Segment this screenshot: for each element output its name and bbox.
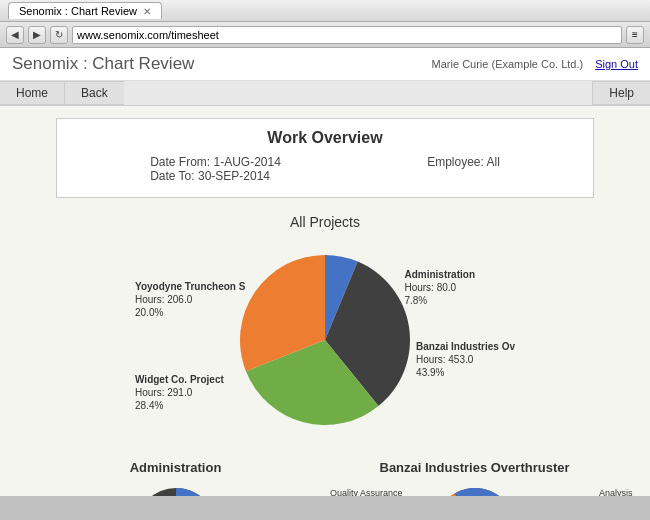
admin-pie-svg [136,488,216,496]
page-title: Chart Review [92,54,194,73]
browser-tab[interactable]: Senomix : Chart Review ✕ [8,2,162,19]
title-separator: : [83,54,92,73]
back-button[interactable]: ◀ [6,26,24,44]
home-button[interactable]: Home [0,81,64,105]
forward-button[interactable]: ▶ [28,26,46,44]
nav-left: Home Back [0,81,124,105]
admin-label: Administration Hours: 80.0 7.8% [404,268,475,307]
admin-chart: Administration Statutory Holiday Hours: … [26,460,325,496]
address-bar[interactable] [72,26,622,44]
refresh-button[interactable]: ↻ [50,26,68,44]
date-from-label: Date From: [150,155,210,169]
all-projects-title: All Projects [16,214,634,230]
back-nav-button[interactable]: Back [64,81,124,105]
admin-chart-title: Administration [26,460,325,475]
date-to-row: Date To: 30-SEP-2014 [150,169,281,183]
bottom-charts: Administration Statutory Holiday Hours: … [16,460,634,496]
signout-link[interactable]: Sign Out [595,58,638,70]
user-info: Marie Curie (Example Co. Ltd.) Sign Out [432,58,638,70]
analysis-label: Analysis Hours: 121.25 26.8% [587,488,644,496]
app-title: Senomix : Chart Review [12,54,194,74]
browser-titlebar: Senomix : Chart Review ✕ [0,0,650,22]
overview-details: Date From: 1-AUG-2014 Date To: 30-SEP-20… [77,155,573,183]
tab-title: Senomix : Chart Review [19,5,137,17]
date-from-value: 1-AUG-2014 [213,155,280,169]
date-to-value: 30-SEP-2014 [198,169,270,183]
app-header: Senomix : Chart Review Marie Curie (Exam… [0,48,650,81]
tab-close-icon[interactable]: ✕ [143,6,151,17]
banzai-mini-pie: Quality Assurance Hours: 60.0 13.2% Anal… [325,483,624,496]
qa-label: Quality Assurance Hours: 60.0 13.2% [330,488,403,496]
admin-mini-pie: Statutory Holiday Hours: 24.0 [26,483,325,496]
pie-chart-section: Administration Hours: 80.0 7.8% Banzai I… [16,240,634,440]
employee-value: All [487,155,500,169]
banzai-pie-svg [435,488,515,496]
nav-bar: Home Back Help [0,81,650,106]
help-button[interactable]: Help [592,81,650,105]
employee-info: Employee: All [427,155,500,183]
date-from-row: Date From: 1-AUG-2014 [150,155,281,169]
browser-controls: ◀ ▶ ↻ ≡ [0,22,650,48]
browser-menu-button[interactable]: ≡ [626,26,644,44]
widget-label: Widget Co. Project Hours: 291.0 28.4% [135,373,224,412]
date-range: Date From: 1-AUG-2014 Date To: 30-SEP-20… [150,155,281,183]
work-overview-box: Work Overview Date From: 1-AUG-2014 Date… [56,118,594,198]
pie-chart-container: Administration Hours: 80.0 7.8% Banzai I… [115,240,535,440]
pie-chart-svg [240,255,410,425]
banzai-label: Banzai Industries Ov Hours: 453.0 43.9% [416,340,515,379]
user-name: Marie Curie (Example Co. Ltd.) [432,58,584,70]
main-content: Work Overview Date From: 1-AUG-2014 Date… [0,106,650,496]
employee-label: Employee: [427,155,484,169]
work-overview-title: Work Overview [77,129,573,147]
banzai-chart-title: Banzai Industries Overthruster [325,460,624,475]
app-name: Senomix [12,54,78,73]
date-to-label: Date To: [150,169,194,183]
banzai-chart: Banzai Industries Overthruster Quality A… [325,460,624,496]
yoyo-label: Yoyodyne Truncheon S Hours: 206.0 20.0% [135,280,245,319]
